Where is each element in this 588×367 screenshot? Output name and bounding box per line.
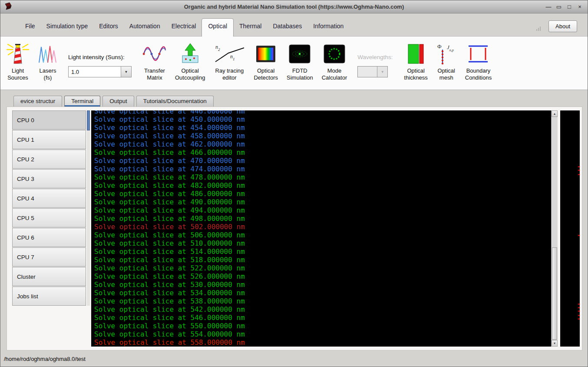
wavelengths-combobox: ▼ [357, 66, 388, 77]
app-window: Organic and hybrid Material Nano Simulat… [0, 0, 588, 367]
sidebar-scrollbar[interactable] [87, 110, 90, 306]
lighthouse-icon [7, 42, 29, 66]
boundary-conditions-label: Boundary Conditions [465, 67, 492, 82]
ray-tracing-editor-button[interactable]: n2 n1 Ray tracing editor [214, 42, 245, 82]
terminal-line: Solve optical slice at 466.000000 nm [94, 148, 558, 157]
sidebar-item-cpu-2[interactable]: CPU 2 [12, 150, 86, 169]
optical-thickness-label: Optical thickness [404, 67, 428, 82]
mesh-points-icon: Φ Jn,p [436, 42, 456, 66]
statusbar: /home/rod/oghma/oghma8.0/test [0, 351, 588, 367]
mode-calculator-button[interactable]: Mode Calculator [322, 42, 347, 82]
terminal-line: Solve optical slice at 478.000000 nm [94, 173, 558, 181]
terminal-scrollbar-thumb[interactable] [552, 247, 557, 340]
lasers-button[interactable]: Lasers (fs) [38, 42, 58, 82]
menu-tab-optical[interactable]: Optical [202, 18, 234, 37]
spectrum-icon [255, 42, 276, 66]
chevron-down-icon[interactable]: ▼ [121, 67, 131, 77]
menu-tab-simulation-type[interactable]: Simulation type [41, 23, 94, 36]
secondary-output-panel [560, 110, 580, 347]
red-mark [578, 310, 580, 312]
boundary-box-icon [466, 42, 490, 66]
light-intensity-label: Light intensity (Suns): [68, 54, 132, 60]
window-title: Organic and hybrid Material Nano Simulat… [0, 3, 588, 10]
fdtd-simulation-button[interactable]: FDTD Simulation [287, 42, 313, 82]
red-mark [578, 315, 580, 316]
about-button[interactable]: About [548, 20, 577, 32]
terminal-line: Solve optical slice at 482.000000 nm [94, 181, 558, 190]
terminal-scrollbar[interactable]: ▲ ▼ [551, 110, 558, 347]
terminal-line: Solve optical slice at 518.000000 nm [94, 256, 558, 264]
statusbar-path: /home/rod/oghma/oghma8.0/test [4, 356, 86, 362]
terminal-line: Solve optical slice at 502.000000 nm [94, 223, 558, 231]
sidebar-item-cpu-5[interactable]: CPU 5 [12, 208, 86, 227]
terminal-line: Solve optical slice at 490.000000 nm [94, 198, 558, 206]
sidebar-item-cpu-6[interactable]: CPU 6 [12, 228, 86, 247]
optical-outcoupling-label: Optical Outcoupling [175, 67, 205, 82]
menu-tab-file[interactable]: File [20, 23, 41, 36]
terminal-view[interactable]: Solve optical slice at 446.000000 nmSolv… [91, 110, 558, 347]
menu-tab-electrical[interactable]: Electrical [166, 23, 202, 36]
tab-terminal[interactable]: Terminal [64, 96, 100, 107]
sidebar-item-cpu-3[interactable]: CPU 3 [12, 169, 86, 188]
red-mark [578, 318, 580, 320]
menu-tab-thermal[interactable]: Thermal [234, 23, 267, 36]
titlebar[interactable]: Organic and hybrid Material Nano Simulat… [0, 0, 588, 13]
terminal-line: Solve optical slice at 450.000000 nm [94, 115, 558, 123]
sidebar-item-cpu-7[interactable]: CPU 7 [12, 247, 86, 267]
green-arrow-up-icon [179, 42, 201, 66]
minimize-icon[interactable]: — [544, 3, 553, 11]
close-icon[interactable]: × [575, 3, 584, 11]
tab-tutorials-documentation[interactable]: Tutorials/Documentation [136, 96, 214, 107]
light-intensity-value: 1.0 [71, 69, 79, 75]
terminal-line: Solve optical slice at 534.000000 nm [94, 289, 558, 297]
sidebar-scrollbar-thumb[interactable] [87, 110, 90, 130]
terminal-line: Solve optical slice at 470.000000 nm [94, 157, 558, 165]
chevron-down-icon: ▼ [377, 67, 387, 77]
terminal-line: Solve optical slice at 522.000000 nm [94, 264, 558, 272]
mode-ring-icon [324, 42, 345, 66]
terminal-line: Solve optical slice at 462.000000 nm [94, 140, 558, 148]
terminal-line: Solve optical slice at 498.000000 nm [94, 214, 558, 223]
red-mark [578, 174, 580, 175]
cpu-sidebar: CPU 0CPU 1CPU 2CPU 3CPU 4CPU 5CPU 6CPU 7… [12, 110, 86, 306]
terminal-line: Solve optical slice at 526.000000 nm [94, 272, 558, 280]
terminal-line: Solve optical slice at 542.000000 nm [94, 305, 558, 314]
boundary-conditions-button[interactable]: Boundary Conditions [465, 42, 492, 82]
sidebar-item-cpu-4[interactable]: CPU 4 [12, 189, 86, 208]
wavelengths-label: Wavelengths: [357, 54, 393, 60]
svg-text:n2: n2 [215, 44, 220, 52]
light-intensity-combobox[interactable]: 1.0 ▼ [68, 66, 132, 77]
maximize-icon[interactable]: □ [565, 3, 574, 11]
menu-tab-editors[interactable]: Editors [93, 23, 124, 36]
transfer-matrix-button[interactable]: Transfer Matrix [143, 42, 166, 82]
terminal-line: Solve optical slice at 454.000000 nm [94, 123, 558, 132]
sidebar-item-cluster[interactable]: Cluster [12, 267, 86, 286]
menu-tab-databases[interactable]: Databases [267, 23, 307, 36]
scroll-up-icon[interactable]: ▲ [552, 110, 558, 117]
terminal-line: Solve optical slice at 506.000000 nm [94, 231, 558, 239]
sidebar-item-cpu-0[interactable]: CPU 0 [12, 110, 86, 130]
light-sources-label: Light Sources [7, 67, 28, 82]
scroll-down-icon[interactable]: ▼ [552, 340, 558, 347]
optical-mesh-button[interactable]: Φ Jn,p Optical mesh [436, 42, 456, 82]
optical-detectors-button[interactable]: Optical Detectors [254, 42, 278, 82]
optical-outcoupling-button[interactable]: Optical Outcoupling [175, 42, 205, 82]
menu-tabs: FileSimulation typeEditorsAutomationElec… [0, 13, 588, 36]
refraction-ray-icon: n2 n1 [214, 42, 245, 66]
light-sources-button[interactable]: Light Sources [7, 42, 29, 82]
laser-pulses-icon [38, 42, 58, 66]
sidebar-item-jobs-list[interactable]: Jobs list [12, 287, 86, 306]
terminal-line: Solve optical slice at 494.000000 nm [94, 206, 558, 214]
app-icon [4, 2, 13, 12]
transfer-matrix-label: Transfer Matrix [144, 67, 165, 82]
mode-calculator-label: Mode Calculator [322, 67, 347, 82]
tab-evice-structur[interactable]: evice structur [13, 96, 62, 107]
terminal-line: Solve optical slice at 514.000000 nm [94, 247, 558, 256]
menu-tab-automation[interactable]: Automation [124, 23, 166, 36]
terminal-line: Solve optical slice at 510.000000 nm [94, 239, 558, 247]
restore-icon[interactable]: ▭ [555, 3, 563, 11]
optical-thickness-button[interactable]: Optical thickness [404, 42, 428, 82]
tab-output[interactable]: Output [102, 96, 134, 107]
menu-tab-information[interactable]: Information [307, 23, 349, 36]
sidebar-item-cpu-1[interactable]: CPU 1 [12, 130, 86, 149]
